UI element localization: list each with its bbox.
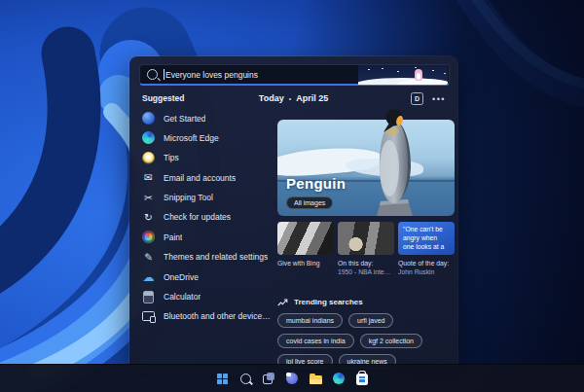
start-button[interactable] [215,372,230,386]
search-icon [147,69,158,80]
microsoft-store-icon [356,374,368,385]
dot-separator: • [289,95,291,102]
chat-icon [286,373,298,384]
edge-button[interactable] [332,372,347,386]
calculator-icon [143,291,154,303]
tips-bulb-icon [142,152,155,164]
give-with-bing-thumbnail [277,222,334,255]
penguin-illustration [363,107,425,216]
task-view-icon [263,373,274,384]
feed-cards-row: Give with Bing On this day: 1950 - NBA i… [277,222,455,276]
desktop: Everyone loves penguins Suggested Today … [0,0,584,392]
chat-button[interactable] [285,372,300,386]
search-panel: Everyone loves penguins Suggested Today … [129,56,457,365]
date-label: April 25 [296,93,328,103]
on-this-day-card[interactable]: On this day: 1950 - NBA inte… [338,222,394,276]
sidebar-item-bluetooth-devices[interactable]: Bluetooth and other devices sett… [142,310,274,323]
penguin-image-card[interactable]: Penguin All images [277,120,455,216]
on-this-day-thumbnail [338,222,394,255]
more-options-icon[interactable]: ••• [432,96,446,102]
give-with-bing-card[interactable]: Give with Bing [277,222,334,276]
trending-header: Trending searches [277,298,458,306]
doodle-penguin-icon [415,69,422,81]
sidebar-item-tips[interactable]: Tips [142,152,274,164]
sidebar-item-email-accounts[interactable]: ✉ Email and accounts [142,171,274,184]
scissors-icon: ✂ [142,192,155,204]
sidebar-item-onedrive[interactable]: ☁ OneDrive [142,270,274,283]
pencil-icon: ✎ [142,251,155,264]
all-images-button[interactable]: All images [286,196,333,209]
trending-title: Trending searches [294,298,363,306]
penguin-title: Penguin [286,175,346,192]
trending-chip[interactable]: mumbai indians [277,313,343,328]
taskbar-search-button[interactable] [238,372,253,386]
sidebar-item-themes-settings[interactable]: ✎ Themes and related settings [142,251,274,264]
file-explorer-button[interactable] [309,372,323,386]
give-with-bing-caption: Give with Bing [277,259,334,267]
search-input[interactable]: Everyone loves penguins [139,64,450,86]
suggested-app-list: Get Started Microsoft Edge Tips ✉ Email … [142,112,274,323]
email-icon: ✉ [142,171,155,184]
quote-caption: Quote of the day: John Ruskin [398,259,455,276]
cloud-icon: ☁ [142,270,155,283]
task-view-button[interactable] [262,372,276,386]
trending-chips: mumbai indians urfi javed covid cases in… [277,313,458,369]
taskbar [0,364,584,392]
search-icon [240,374,251,384]
today-label: Today [259,93,284,103]
trending-chip[interactable]: covid cases in india [277,334,354,348]
sidebar-item-paint[interactable]: Paint [142,231,274,243]
quote-of-the-day-card[interactable]: "One can't be angry when one looks at a … [398,222,455,276]
profile-badge[interactable]: D [411,92,423,105]
search-query-text: Everyone loves penguins [165,70,258,80]
get-started-icon [142,112,155,125]
text-caret [164,69,164,80]
trending-chip[interactable]: kgf 2 collection [360,334,422,348]
store-button[interactable] [355,372,370,386]
trending-chip[interactable]: urfi javed [348,313,393,328]
paint-palette-icon [142,231,155,243]
stars-decoration [368,69,370,71]
sidebar-item-snipping-tool[interactable]: ✂ Snipping Tool [142,192,274,204]
edge-icon [333,373,345,384]
windows-logo-icon [217,374,228,384]
sidebar-item-microsoft-edge[interactable]: Microsoft Edge [142,131,274,144]
panel-top-actions: D ••• [411,92,446,105]
quote-text: "One can't be angry when one looks at a … [398,222,455,255]
penguin-doodle-illustration [358,65,448,85]
devices-icon [142,311,155,321]
sidebar-item-check-updates[interactable]: ↻ Check for updates [142,211,274,224]
folder-icon [310,375,322,384]
today-date-heading: Today • April 25 [129,93,457,103]
sidebar-item-calculator[interactable]: Calculator [142,291,274,303]
on-this-day-caption: On this day: 1950 - NBA inte… [338,259,394,276]
edge-icon [142,131,155,144]
trending-up-icon [277,299,288,306]
trending-searches-section: Trending searches mumbai indians urfi ja… [277,298,458,369]
sidebar-item-get-started[interactable]: Get Started [142,112,274,125]
refresh-icon: ↻ [142,211,155,224]
